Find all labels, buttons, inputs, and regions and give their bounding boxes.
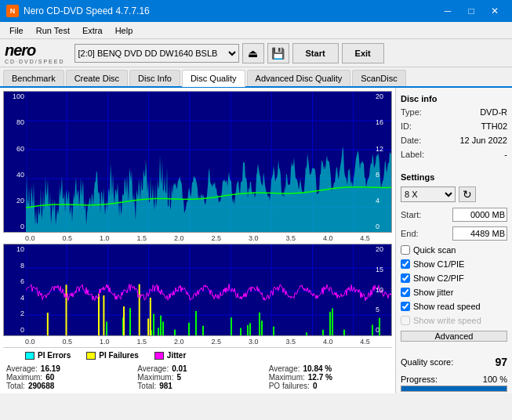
bottom-chart-y-labels-left: 10 8 6 4 2 0 — [4, 244, 26, 335]
show-jitter-checkbox[interactable] — [401, 288, 410, 297]
quality-score-value: 97 — [495, 356, 507, 368]
date-label: Date: — [401, 136, 421, 145]
show-jitter-label: Show jitter — [413, 288, 453, 297]
jitter-avg-value: 10.84 % — [303, 364, 332, 373]
tab-advanced-disc-quality[interactable]: Advanced Disc Quality — [247, 70, 351, 86]
pi-errors-color — [25, 352, 34, 360]
menu-extra[interactable]: Extra — [76, 24, 109, 37]
pi-failures-avg-label: Average: — [137, 364, 169, 373]
tab-create-disc[interactable]: Create Disc — [66, 70, 128, 86]
eject-button[interactable]: ⏏ — [242, 43, 264, 63]
tab-scandisc[interactable]: ScanDisc — [352, 70, 405, 86]
top-chart-x-labels: 0.0 0.5 1.0 1.5 2.0 2.5 3.0 3.5 4.0 4.5 — [3, 234, 392, 242]
main-content: 100 80 60 40 20 0 20 16 12 8 4 0 0.0 0.5… — [0, 88, 512, 393]
chart-area: 100 80 60 40 20 0 20 16 12 8 4 0 0.0 0.5… — [0, 88, 396, 393]
progress-bar-fill — [401, 386, 507, 391]
po-failures-value: 0 — [313, 382, 318, 390]
show-read-speed-label: Show read speed — [413, 302, 481, 311]
tab-benchmark[interactable]: Benchmark — [3, 70, 64, 86]
show-read-speed-row: Show read speed — [401, 301, 507, 312]
pi-errors-label: PI Errors — [38, 351, 71, 360]
jitter-color — [154, 352, 164, 360]
show-jitter-row: Show jitter — [401, 287, 507, 298]
type-label: Type: — [401, 107, 422, 117]
advanced-button[interactable]: Advanced — [401, 331, 507, 342]
start-row: Start: — [401, 207, 507, 223]
date-value: 12 Jun 2022 — [459, 136, 507, 145]
id-value: TTH02 — [481, 121, 507, 131]
menu-file[interactable]: File — [3, 24, 30, 37]
pi-errors-max-label: Maximum: — [6, 373, 42, 382]
tab-disc-info[interactable]: Disc Info — [129, 70, 180, 86]
save-button[interactable]: 💾 — [267, 43, 289, 63]
logo-nero: nero — [5, 42, 65, 59]
pi-errors-stats: Average: 16.19 Maximum: 60 Total: 290688 — [6, 364, 129, 390]
quick-scan-checkbox[interactable] — [401, 245, 410, 255]
show-c1pie-label: Show C1/PIE — [413, 259, 464, 269]
show-read-speed-checkbox[interactable] — [401, 302, 410, 311]
bottom-chart: 10 8 6 4 2 0 20 15 10 5 0 — [3, 244, 392, 336]
show-c1pie-checkbox[interactable] — [401, 259, 410, 269]
id-label: ID: — [401, 121, 412, 131]
legend-pi-errors: PI Errors — [25, 351, 71, 360]
pi-errors-max-value: 60 — [45, 373, 54, 382]
refresh-button[interactable]: ↻ — [459, 186, 476, 202]
label-value: - — [504, 150, 507, 159]
progress-label: Progress: — [401, 375, 438, 384]
maximize-button[interactable]: □ — [460, 3, 482, 19]
progress-value: 100 % — [483, 375, 507, 384]
legend-jitter: Jitter — [154, 351, 186, 360]
progress-section: Progress: 100 % Position: 4488 MB Speed:… — [401, 375, 507, 393]
type-row: Type: DVD-R — [401, 107, 507, 118]
jitter-max-label: Maximum: — [269, 373, 305, 382]
show-write-speed-row: Show write speed — [401, 315, 507, 326]
show-write-speed-checkbox[interactable] — [401, 316, 410, 325]
tab-disc-quality[interactable]: Disc Quality — [182, 70, 245, 87]
start-button[interactable]: Start — [292, 43, 339, 63]
logo-cdspeed: CD·DVD/SPEED — [5, 59, 65, 65]
quick-scan-label: Quick scan — [413, 245, 456, 255]
menu-bar: File Run Test Extra Help — [0, 22, 512, 39]
po-failures-label: PO failures: — [269, 382, 310, 390]
stats-area: Average: 16.19 Maximum: 60 Total: 290688… — [3, 363, 392, 390]
top-chart: 100 80 60 40 20 0 20 16 12 8 4 0 — [3, 91, 392, 233]
title-bar-controls: ─ □ ✕ — [437, 3, 506, 19]
pi-errors-avg-value: 16.19 — [41, 364, 60, 373]
show-c2pif-checkbox[interactable] — [401, 273, 410, 283]
pi-failures-max-value: 5 — [176, 373, 181, 382]
start-label: Start: — [401, 210, 421, 219]
progress-bar — [401, 386, 507, 392]
start-input[interactable] — [452, 208, 507, 222]
title-bar: N Nero CD-DVD Speed 4.7.7.16 ─ □ ✕ — [0, 0, 512, 22]
title-bar-text: Nero CD-DVD Speed 4.7.7.16 — [24, 5, 150, 16]
quality-score-label: Quality score: — [401, 357, 453, 367]
end-row: End: — [401, 226, 507, 241]
exit-button[interactable]: Exit — [342, 43, 384, 63]
title-bar-left: N Nero CD-DVD Speed 4.7.7.16 — [6, 5, 150, 17]
pi-failures-label: PI Failures — [99, 351, 139, 360]
show-write-speed-label: Show write speed — [413, 316, 481, 325]
speed-select[interactable]: 8 X — [401, 186, 456, 202]
bottom-chart-y-labels-right: 20 15 10 5 0 — [374, 244, 391, 335]
jitter-avg-label: Average: — [269, 364, 300, 373]
toolbar: nero CD·DVD/SPEED [2:0] BENQ DVD DD DW16… — [0, 39, 512, 67]
pi-failures-color — [86, 352, 96, 360]
id-row: ID: TTH02 — [401, 121, 507, 132]
pi-failures-stats: Average: 0.01 Maximum: 5 Total: 981 — [137, 364, 260, 390]
minimize-button[interactable]: ─ — [437, 3, 459, 19]
menu-run-test[interactable]: Run Test — [30, 24, 76, 37]
menu-help[interactable]: Help — [109, 24, 140, 37]
end-input[interactable] — [452, 226, 507, 241]
pi-errors-avg-label: Average: — [6, 364, 38, 373]
close-button[interactable]: ✕ — [484, 3, 506, 19]
show-c2pif-row: Show C2/PIF — [401, 273, 507, 284]
legend-area: PI Errors PI Failures Jitter — [3, 347, 392, 363]
type-value: DVD-R — [480, 107, 507, 117]
jitter-stats: Average: 10.84 % Maximum: 12.7 % PO fail… — [269, 364, 392, 390]
label-label: Label: — [401, 150, 424, 159]
tab-bar: Benchmark Create Disc Disc Info Disc Qua… — [0, 67, 512, 88]
legend-pi-failures: PI Failures — [86, 351, 139, 360]
pi-failures-avg-value: 0.01 — [172, 364, 187, 373]
jitter-label: Jitter — [167, 351, 186, 360]
drive-select[interactable]: [2:0] BENQ DVD DD DW1640 BSLB — [74, 44, 239, 63]
